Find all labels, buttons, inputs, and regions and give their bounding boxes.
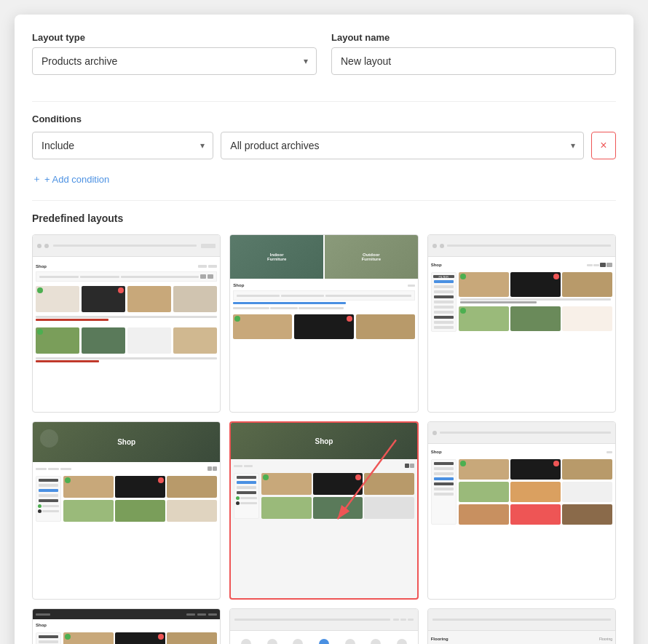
condition-target-select[interactable]: All product archives Specific categories… <box>221 132 584 159</box>
conditions-label: Conditions <box>32 114 616 124</box>
layout-name-input[interactable] <box>331 47 616 75</box>
add-condition-button[interactable]: ＋ + Add condition <box>32 172 616 186</box>
conditions-section: Conditions Include Exclude ▾ All product… <box>32 114 616 165</box>
predefined-layouts-title: Predefined layouts <box>32 212 616 224</box>
condition-row: Include Exclude ▾ All product archives S… <box>32 132 616 159</box>
layout-type-group: Layout type Products archive Single prod… <box>32 32 317 75</box>
layout-thumbnail-5[interactable]: Shop <box>229 421 418 600</box>
predefined-layouts-section: Predefined layouts Shop <box>32 212 616 644</box>
layout-thumbnail-8[interactable] <box>229 608 418 644</box>
condition-target-wrapper: All product archives Specific categories… <box>221 132 584 159</box>
layout-thumbnail-3[interactable]: Shop FILTER <box>427 234 616 413</box>
layout-thumbnail-6[interactable]: Shop <box>427 421 616 600</box>
create-layout-modal: Layout type Products archive Single prod… <box>15 15 633 644</box>
layout-type-select-wrapper: Products archive Single product Homepage… <box>32 47 317 75</box>
layout-type-select[interactable]: Products archive Single product Homepage… <box>32 47 317 75</box>
layout-name-group: Layout name <box>331 32 616 75</box>
layout-form-row: Layout type Products archive Single prod… <box>32 32 616 75</box>
add-condition-label: + Add condition <box>44 174 109 185</box>
layout-thumbnail-9[interactable]: Flooring Flooring <box>427 608 616 644</box>
layout-name-label: Layout name <box>331 32 616 43</box>
condition-include-select[interactable]: Include Exclude <box>32 132 213 159</box>
layout-thumbnail-7[interactable]: Shop <box>32 608 221 644</box>
remove-condition-button[interactable]: × <box>591 132 616 159</box>
layout-thumbnail-4[interactable]: Shop <box>32 421 221 600</box>
layout-thumbnail-2[interactable]: IndoorFurniture OutdoorFurniture Shop <box>229 234 418 413</box>
add-condition-plus-icon: ＋ <box>32 172 42 186</box>
layout-type-label: Layout type <box>32 32 317 43</box>
condition-include-wrapper: Include Exclude ▾ <box>32 132 213 159</box>
layouts-grid: Shop <box>32 234 616 644</box>
layout-thumbnail-1[interactable]: Shop <box>32 234 221 413</box>
